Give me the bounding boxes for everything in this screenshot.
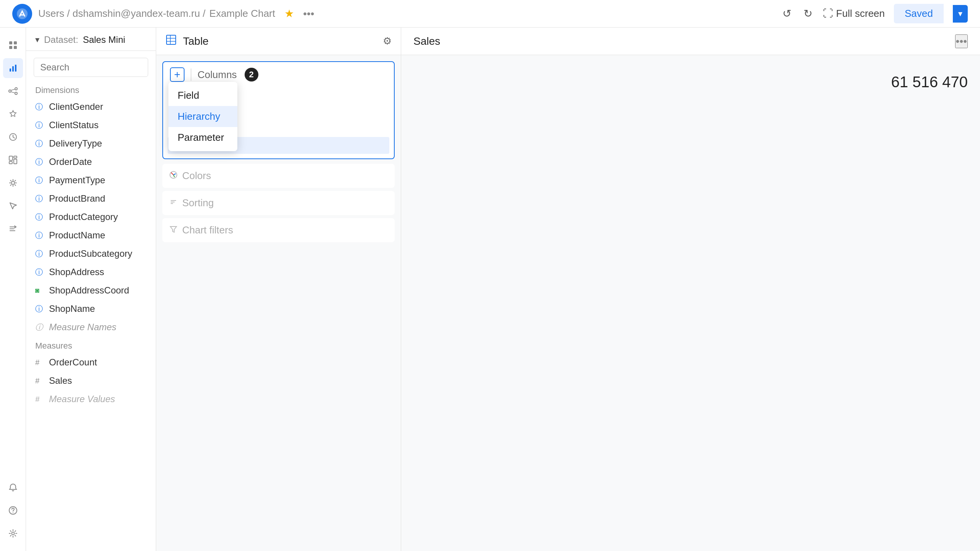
- table-chart-icon: [165, 34, 177, 48]
- builder-settings-button[interactable]: ⚙: [383, 35, 392, 47]
- field-type-icon: ⓘ: [35, 102, 44, 112]
- topbar: Users / dshamshin@yandex-team.ru / Examp…: [0, 0, 980, 28]
- dataset-header: ▾ Dataset: Sales Mini: [26, 28, 156, 51]
- preview-more-button[interactable]: •••: [955, 34, 968, 48]
- field-type-icon: ⓘ: [35, 212, 44, 222]
- field-type-icon: ⓘ: [35, 230, 44, 241]
- field-ShopAddress[interactable]: ⓘ ShopAddress: [26, 263, 156, 281]
- fullscreen-button[interactable]: ⛶ Full screen: [823, 8, 885, 20]
- chart-filters-section: Chart filters: [162, 218, 395, 242]
- redo-button[interactable]: ↻: [802, 6, 814, 21]
- field-measure-icon: #: [35, 395, 44, 404]
- sidebar-settings-button[interactable]: [3, 523, 23, 543]
- columns-section: + Columns 2 Field Hierarchy Parameter # …: [162, 61, 395, 159]
- field-ProductName[interactable]: ⓘ ProductName: [26, 226, 156, 245]
- sidebar-nav-button[interactable]: [3, 196, 23, 216]
- search-input[interactable]: [34, 58, 148, 77]
- field-ProductSubcategory[interactable]: ⓘ ProductSubcategory: [26, 245, 156, 263]
- svg-rect-22: [167, 35, 176, 44]
- main-layout: ▾ Dataset: Sales Mini Dimensions ⓘ Clien…: [0, 28, 980, 551]
- builder-panel: Table ⚙ + Columns 2 Field Hierarchy Para…: [156, 28, 401, 551]
- sidebar-favorites-button[interactable]: [3, 104, 23, 124]
- filter-icon: [169, 225, 178, 236]
- field-measure-icon: #: [35, 358, 44, 367]
- dimensions-label: Dimensions: [26, 81, 156, 98]
- field-DeliveryType[interactable]: ⓘ DeliveryType: [26, 134, 156, 153]
- sidebar-transform-button[interactable]: [3, 219, 23, 239]
- field-OrderDate[interactable]: ⓘ OrderDate: [26, 153, 156, 171]
- sidebar-help-button[interactable]: [3, 500, 23, 520]
- divider: [191, 68, 191, 81]
- sidebar-home-button[interactable]: [3, 35, 23, 55]
- sidebar-icons: [0, 28, 26, 551]
- dropdown-parameter-item[interactable]: Parameter: [168, 127, 237, 148]
- dataset-panel: ▾ Dataset: Sales Mini Dimensions ⓘ Clien…: [26, 28, 156, 551]
- field-type-icon: ⓘ: [35, 267, 44, 277]
- colors-header: Colors: [162, 164, 395, 188]
- field-Sales[interactable]: # Sales: [26, 372, 156, 390]
- field-ShopAddressCoord[interactable]: ◙ ShopAddressCoord: [26, 281, 156, 300]
- svg-rect-2: [14, 41, 17, 44]
- field-ClientGender[interactable]: ⓘ ClientGender: [26, 98, 156, 116]
- field-ClientStatus[interactable]: ⓘ ClientStatus: [26, 116, 156, 134]
- add-dropdown: Field Hierarchy Parameter: [168, 82, 237, 151]
- field-type-icon: ⓘ: [35, 139, 44, 149]
- svg-point-8: [9, 90, 11, 92]
- sorting-header: Sorting: [162, 191, 395, 215]
- undo-button[interactable]: ↺: [781, 6, 793, 21]
- save-button[interactable]: Saved: [894, 4, 944, 23]
- field-type-icon: ⓘ: [35, 322, 44, 333]
- sidebar-bell-button[interactable]: [3, 478, 23, 497]
- field-MeasureNames[interactable]: ⓘ Measure Names: [26, 318, 156, 336]
- sales-value: 61 516 470: [413, 67, 968, 97]
- sorting-icon: [169, 198, 178, 209]
- svg-rect-3: [9, 46, 12, 49]
- more-options-icon[interactable]: •••: [303, 8, 314, 20]
- preview-content: 61 516 470: [401, 55, 980, 551]
- field-list: Dimensions ⓘ ClientGender ⓘ ClientStatus…: [26, 81, 156, 551]
- svg-rect-17: [14, 159, 17, 164]
- field-type-icon: ⓘ: [35, 175, 44, 186]
- field-PaymentType[interactable]: ⓘ PaymentType: [26, 171, 156, 189]
- field-measure-icon: #: [35, 377, 44, 385]
- svg-point-21: [11, 532, 14, 535]
- sidebar-charts-button[interactable]: [3, 58, 23, 78]
- app-logo: [12, 4, 32, 24]
- field-type-icon: ⓘ: [35, 120, 44, 130]
- field-type-icon: ⓘ: [35, 157, 44, 167]
- field-ProductBrand[interactable]: ⓘ ProductBrand: [26, 189, 156, 208]
- svg-rect-4: [14, 46, 17, 49]
- sidebar-bottom: [3, 478, 23, 543]
- sorting-section: Sorting: [162, 191, 395, 215]
- dataset-chevron-icon[interactable]: ▾: [35, 35, 39, 45]
- sidebar-connections-button[interactable]: [3, 81, 23, 101]
- dropdown-hierarchy-item[interactable]: Hierarchy: [168, 106, 237, 127]
- measures-label: Measures: [26, 336, 156, 353]
- svg-marker-30: [170, 227, 176, 232]
- field-ShopName[interactable]: ⓘ ShopName: [26, 300, 156, 318]
- builder-header: Table ⚙: [156, 28, 401, 55]
- field-MeasureValues[interactable]: # Measure Values: [26, 390, 156, 408]
- field-type-icon: ⓘ: [35, 304, 44, 314]
- dropdown-field-item[interactable]: Field: [168, 85, 237, 106]
- svg-line-11: [11, 89, 15, 90]
- field-ProductCategory[interactable]: ⓘ ProductCategory: [26, 208, 156, 226]
- svg-point-20: [13, 512, 13, 513]
- add-column-button[interactable]: +: [170, 67, 185, 82]
- fullscreen-icon: ⛶: [823, 8, 833, 20]
- svg-rect-16: [9, 161, 12, 164]
- builder-sections: + Columns 2 Field Hierarchy Parameter # …: [156, 55, 401, 551]
- chart-filters-header: Chart filters: [162, 218, 395, 242]
- sidebar-dashboards-button[interactable]: [3, 150, 23, 170]
- svg-rect-6: [12, 66, 14, 72]
- svg-point-18: [11, 181, 15, 184]
- field-type-icon: ⓘ: [35, 249, 44, 259]
- breadcrumb: Users / dshamshin@yandex-team.ru / Examp…: [38, 8, 275, 20]
- favorite-icon[interactable]: ★: [284, 7, 294, 20]
- save-dropdown-button[interactable]: ▾: [953, 5, 968, 23]
- svg-line-12: [11, 92, 15, 93]
- sidebar-service-button[interactable]: [3, 173, 23, 193]
- field-OrderCount[interactable]: # OrderCount: [26, 353, 156, 372]
- preview-header: Sales •••: [401, 28, 980, 55]
- sidebar-recent-button[interactable]: [3, 127, 23, 147]
